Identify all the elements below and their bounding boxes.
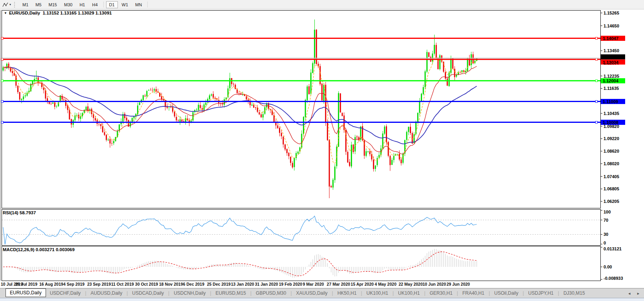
rsi-panel — [2, 210, 601, 246]
price-tick: 1.07405 — [604, 174, 619, 179]
chart-tab-ger30-h1[interactable]: GER30,H1 — [426, 289, 457, 297]
price-tick: 1.06205 — [604, 199, 619, 204]
date-label: 18 Nov 2019 — [159, 282, 183, 286]
svg-text:1.12004: 1.12004 — [603, 78, 619, 83]
top-toolbar: ▾ M1M5M15M30H1H4D1W1MN — [0, 0, 644, 9]
chart-tab-usdjpy-h1[interactable]: USDJPY,H1 — [524, 289, 557, 297]
svg-text:1.13034: 1.13034 — [603, 60, 619, 65]
date-label: 10 Jun 2020 — [422, 282, 446, 286]
date-label: 9 Mar 2020 — [303, 282, 324, 286]
date-label: 31 Jan 2020 — [255, 282, 278, 286]
chart-tab-uk100-h1[interactable]: UK100,H1 — [363, 289, 392, 297]
tab-scroll-right-icon[interactable]: ► — [637, 292, 640, 296]
svg-text:1.13091: 1.13091 — [603, 55, 618, 60]
timeframe-button-M30[interactable]: M30 — [61, 1, 75, 8]
date-label: 11 Oct 2019 — [111, 282, 134, 286]
price-tick: 1.15265 — [604, 11, 619, 15]
toolbar-separator — [147, 2, 148, 7]
price-tick: 1.12235 — [604, 74, 619, 78]
date-label: 16 Aug 2019 — [39, 282, 63, 286]
timeframe-button-M15[interactable]: M15 — [46, 1, 60, 8]
date-label: 25 Dec 2019 — [207, 282, 231, 286]
date-label: 23 Sep 2019 — [87, 282, 111, 286]
date-label: 19 Feb 2020 — [279, 282, 303, 286]
chart-tab-eurusd-m15[interactable]: EURUSD,M15 — [212, 289, 250, 297]
timeframe-button-M1[interactable]: M1 — [19, 1, 31, 8]
price-tick: 1.09220 — [604, 136, 619, 141]
price-tick: 1.13450 — [604, 48, 619, 53]
chart-tab-usdchf-daily[interactable]: USDCHF,Daily — [46, 289, 85, 297]
timeframe-button-H1[interactable]: H1 — [76, 1, 88, 8]
svg-text:1.11009: 1.11009 — [603, 99, 618, 104]
dropdown-caret-icon[interactable]: ▾ — [9, 3, 11, 6]
chart-tab-usdcnh-daily[interactable]: USDCNH,Daily — [170, 289, 209, 297]
date-label: 27 Mar 2020 — [327, 282, 350, 286]
chart-window: 1.152651.146501.134501.128501.122351.116… — [0, 9, 644, 281]
date-label: 4 May 2020 — [375, 282, 396, 286]
toolbar-separator — [103, 2, 104, 7]
price-chart-canvas[interactable]: 1.152651.146501.134501.128501.122351.116… — [0, 9, 644, 281]
date-label: 29 Jun 2020 — [446, 282, 470, 286]
date-label: 29 Jul 2019 — [15, 282, 37, 286]
price-tick: 1.14650 — [604, 24, 619, 28]
timeframe-button-MN[interactable]: MN — [132, 1, 145, 8]
macd-tick: 0.013121 — [604, 246, 622, 251]
chart-tab-usoil-daily[interactable]: USOil,Daily — [490, 289, 522, 297]
chart-tab-hk50-h1[interactable]: HK50,H1 — [334, 289, 361, 297]
price-tick: 1.06805 — [604, 186, 619, 191]
timeframe-button-W1[interactable]: W1 — [119, 1, 132, 8]
chart-tab-fra40-h1[interactable]: FRA40,H1 — [459, 289, 488, 297]
line-studies-icon[interactable] — [2, 2, 9, 8]
date-label: 6 Dec 2019 — [183, 282, 204, 286]
timeframe-button-M5[interactable]: M5 — [32, 1, 44, 8]
chart-tab-dj30-m15[interactable]: DJ30,M15 — [560, 289, 589, 297]
rsi-tick: 70 — [604, 218, 608, 223]
chart-tab-xauusd-daily[interactable]: XAUUSD,Daily — [292, 289, 332, 297]
chart-tab-eurusd-daily[interactable]: EURUSD,Daily — [6, 288, 46, 297]
date-label: 4 Sep 2019 — [63, 282, 84, 286]
timeframe-button-H4[interactable]: H4 — [89, 1, 101, 8]
price-tick: 1.08020 — [604, 161, 619, 166]
tab-scroll-arrows: ◄ ► — [627, 288, 640, 298]
timeframe-button-group: M1M5M15M30H1H4D1W1MN — [19, 1, 150, 8]
svg-text:1.14047: 1.14047 — [603, 36, 618, 41]
price-tick: 1.08620 — [604, 149, 619, 153]
toolbar-grip[interactable] — [14, 2, 16, 7]
date-axis[interactable]: 10 Jul 201929 Jul 201916 Aug 20194 Sep 2… — [0, 281, 644, 288]
macd-tick: 0.00 — [604, 265, 612, 269]
chart-tab-usdcad-daily[interactable]: USDCAD,Daily — [128, 289, 168, 297]
chart-tab-bar: EURUSD,DailyUSDCHF,Daily|AUDUSD,Daily|US… — [0, 288, 644, 298]
date-label: 13 Jan 2020 — [231, 282, 254, 286]
price-tick: 1.10435 — [604, 111, 619, 116]
macd-tick: -0.008933 — [604, 276, 623, 281]
timeframe-button-D1[interactable]: D1 — [106, 1, 118, 8]
chart-tab-gbpusd-m30[interactable]: GBPUSD,M30 — [252, 289, 290, 297]
rsi-tick: 100 — [604, 210, 611, 214]
chart-tab-audusd-daily[interactable]: AUDUSD,Daily — [87, 289, 127, 297]
tab-scroll-left-icon[interactable]: ◄ — [627, 292, 631, 296]
price-tick: 1.11635 — [604, 86, 619, 91]
date-label: 30 Oct 2019 — [135, 282, 158, 286]
rsi-tick: 0 — [604, 241, 606, 245]
date-label: 15 Apr 2020 — [351, 282, 374, 286]
status-bar — [0, 298, 644, 301]
rsi-tick: 30 — [604, 232, 608, 237]
chart-tab-uk100-h1[interactable]: UK100,H1 — [394, 289, 424, 297]
date-label: 22 May 2020 — [398, 282, 422, 286]
svg-text:1.10008: 1.10008 — [603, 120, 618, 125]
